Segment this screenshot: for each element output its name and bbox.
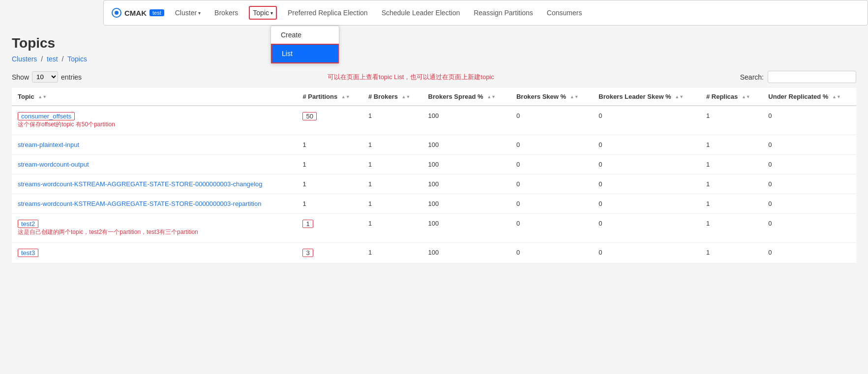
leader-skew-cell: 0 <box>593 135 700 155</box>
skew-cell: 0 <box>510 214 593 243</box>
table-row: stream-plaintext-input111000010 <box>12 135 856 155</box>
partitions-cell: 1 <box>297 174 362 194</box>
leader-skew-cell: 0 <box>593 174 700 194</box>
search-input[interactable] <box>768 71 856 83</box>
topic-link[interactable]: test3 <box>21 249 35 257</box>
skew-cell: 0 <box>510 106 593 135</box>
topic-cell: test2这是自己创建的两个topic，test2有一个partition，te… <box>12 214 297 243</box>
col-leader-skew: Brokers Leader Skew % ▲▼ <box>593 88 700 106</box>
boxed-partition: 1 <box>302 220 313 228</box>
spread-cell: 100 <box>422 194 510 214</box>
skew-cell: 0 <box>510 174 593 194</box>
topic-cell: consumer_offsets这个保存offset的topic 有50个par… <box>12 106 297 135</box>
topic-cell: streams-wordcount-KSTREAM-AGGREGATE-STAT… <box>12 174 297 194</box>
replicas-cell: 1 <box>700 155 762 174</box>
table-row: test2这是自己创建的两个topic，test2有一个partition，te… <box>12 214 856 243</box>
dropdown-list[interactable]: List <box>271 44 339 63</box>
sort-icon[interactable]: ▲▼ <box>402 95 411 99</box>
nav-topic[interactable]: Topic ▾ <box>249 6 277 20</box>
sort-icon[interactable]: ▲▼ <box>675 95 684 99</box>
sort-icon[interactable]: ▲▼ <box>38 95 47 99</box>
under-replicated-cell: 0 <box>762 194 856 214</box>
boxed-topic: test2 <box>18 220 38 228</box>
brokers-cell: 1 <box>362 106 422 135</box>
sort-icon[interactable]: ▲▼ <box>832 95 841 99</box>
brokers-cell: 1 <box>362 243 422 263</box>
under-replicated-cell: 0 <box>762 155 856 174</box>
table-row: stream-wordcount-output111000010 <box>12 155 856 174</box>
partitions-cell: 50 <box>297 106 362 135</box>
env-badge: test <box>150 9 164 16</box>
search-label: Search: <box>740 73 764 81</box>
spread-cell: 100 <box>422 155 510 174</box>
skew-cell: 0 <box>510 194 593 214</box>
table-row: test3311000010 <box>12 243 856 263</box>
leader-skew-cell: 0 <box>593 214 700 243</box>
partitions-cell: 3 <box>297 243 362 263</box>
sort-icon[interactable]: ▲▼ <box>487 95 496 99</box>
nav-cluster[interactable]: Cluster ▾ <box>172 7 204 19</box>
entries-select[interactable]: 10 25 50 100 <box>32 71 58 83</box>
sort-icon[interactable]: ▲▼ <box>742 95 750 99</box>
spread-cell: 100 <box>422 135 510 155</box>
brokers-cell: 1 <box>362 135 422 155</box>
breadcrumb-topics[interactable]: Topics <box>67 55 87 63</box>
sort-icon[interactable]: ▲▼ <box>341 95 350 99</box>
boxed-topic: test3 <box>18 249 38 257</box>
topic-cell: streams-wordcount-KSTREAM-AGGREGATE-STAT… <box>12 194 297 214</box>
leader-skew-cell: 0 <box>593 194 700 214</box>
table-header-row: Topic ▲▼ # Partitions ▲▼ # Brokers ▲▼ Br… <box>12 88 856 106</box>
nav-brokers[interactable]: Brokers <box>211 7 241 19</box>
brokers-cell: 1 <box>362 174 422 194</box>
leader-skew-cell: 0 <box>593 155 700 174</box>
brand-icon <box>112 8 121 18</box>
nav-schedule-leader[interactable]: Schedule Leader Election <box>379 7 463 19</box>
table-row: streams-wordcount-KSTREAM-AGGREGATE-STAT… <box>12 194 856 214</box>
search-box: Search: <box>740 71 856 83</box>
topic-link[interactable]: streams-wordcount-KSTREAM-AGGREGATE-STAT… <box>18 180 263 188</box>
topic-link[interactable]: stream-plaintext-input <box>18 141 79 148</box>
breadcrumb-clusters[interactable]: Clusters <box>12 55 37 63</box>
replicas-cell: 1 <box>700 106 762 135</box>
nav-reassign-partitions[interactable]: Reassign Partitions <box>471 7 536 19</box>
breadcrumb: Clusters / test / Topics <box>12 55 856 63</box>
chevron-down-icon: ▾ <box>270 10 273 16</box>
annotation-text: 可以在页面上查看topic List，也可以通过在页面上新建topic <box>328 73 494 81</box>
under-replicated-cell: 0 <box>762 174 856 194</box>
nav-preferred-replica[interactable]: Preferred Replica Election <box>285 7 371 19</box>
nav-consumers[interactable]: Consumers <box>544 7 585 19</box>
col-spread: Brokers Spread % ▲▼ <box>422 88 510 106</box>
replicas-cell: 1 <box>700 174 762 194</box>
under-replicated-cell: 0 <box>762 135 856 155</box>
boxed-partition: 3 <box>302 249 313 257</box>
replicas-cell: 1 <box>700 135 762 155</box>
breadcrumb-test[interactable]: test <box>47 55 58 63</box>
col-brokers: # Brokers ▲▼ <box>362 88 422 106</box>
topic-link[interactable]: test2 <box>21 220 35 228</box>
table-row: streams-wordcount-KSTREAM-AGGREGATE-STAT… <box>12 174 856 194</box>
row-annotation: 这是自己创建的两个topic，test2有一个partition，test3有三… <box>18 228 291 236</box>
page-title: Topics <box>12 35 856 51</box>
skew-cell: 0 <box>510 243 593 263</box>
leader-skew-cell: 0 <box>593 243 700 263</box>
partitions-cell: 1 <box>297 135 362 155</box>
under-replicated-cell: 0 <box>762 106 856 135</box>
brokers-cell: 1 <box>362 214 422 243</box>
brokers-cell: 1 <box>362 194 422 214</box>
topic-link[interactable]: consumer_offsets <box>21 113 71 120</box>
col-skew: Brokers Skew % ▲▼ <box>510 88 593 106</box>
table-row: consumer_offsets这个保存offset的topic 有50个par… <box>12 106 856 135</box>
topic-link[interactable]: stream-wordcount-output <box>18 161 89 168</box>
topic-dropdown: Create List <box>270 26 339 64</box>
topic-link[interactable]: streams-wordcount-KSTREAM-AGGREGATE-STAT… <box>18 200 261 207</box>
sort-icon[interactable]: ▲▼ <box>570 95 579 99</box>
replicas-cell: 1 <box>700 214 762 243</box>
dropdown-create[interactable]: Create <box>271 26 339 44</box>
show-entries: Show 10 25 50 100 entries <box>12 71 82 83</box>
navbar: CMAK test Cluster ▾ Brokers Topic ▾ Pref… <box>103 0 868 26</box>
topic-cell: stream-plaintext-input <box>12 135 297 155</box>
under-replicated-cell: 0 <box>762 214 856 243</box>
chevron-down-icon: ▾ <box>198 10 201 16</box>
brand: CMAK test <box>112 8 164 18</box>
main-content: Topics Clusters / test / Topics Show 10 … <box>0 26 868 273</box>
